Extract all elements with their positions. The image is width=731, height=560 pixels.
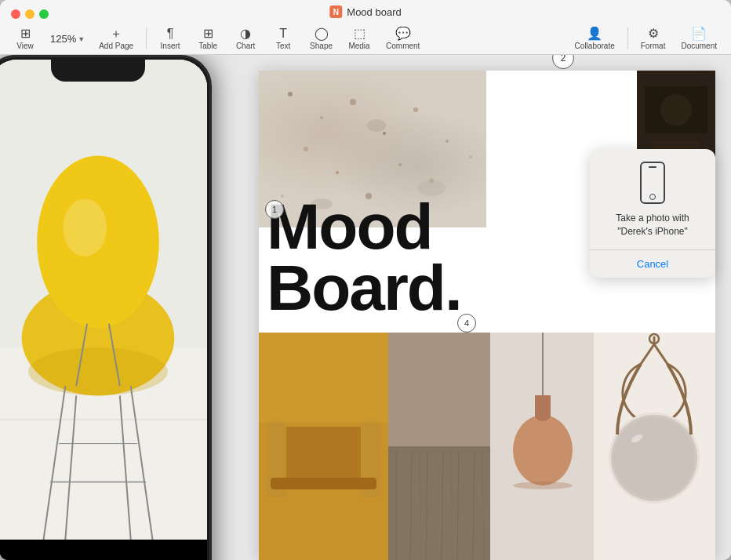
format-label: Format: [641, 42, 666, 50]
title-line2: Board.: [267, 252, 461, 323]
iphone-bottom-bar: Retake Use Photo: [0, 540, 207, 560]
svg-point-6: [446, 140, 449, 143]
popup-title: Take a photo with"Derek's iPhone": [599, 212, 706, 238]
svg-point-44: [513, 415, 573, 485]
collaborate-label: Collaborate: [575, 42, 615, 50]
content-area: Mood Board.: [0, 55, 731, 560]
minimize-button[interactable]: [25, 9, 35, 19]
svg-rect-26: [259, 333, 388, 423]
svg-point-60: [28, 347, 168, 395]
view-label: View: [16, 42, 34, 50]
format-icon: ⚙: [648, 27, 659, 40]
window-title: N Mood board: [329, 0, 401, 24]
table-button[interactable]: ⊞ Table: [191, 24, 225, 53]
svg-rect-25: [271, 478, 376, 489]
text-label: Text: [276, 42, 290, 50]
texture-mid-image: [388, 333, 490, 560]
comment-label: Comment: [386, 42, 420, 50]
popup-cancel-button[interactable]: Cancel: [590, 250, 715, 278]
document-canvas[interactable]: Mood Board.: [259, 71, 715, 560]
svg-point-12: [469, 155, 472, 158]
chair-photo: [0, 60, 207, 540]
texture-mid-svg: [388, 333, 490, 560]
chart-icon: ◑: [240, 27, 251, 40]
popup-content: Take a photo with"Derek's iPhone": [590, 149, 715, 238]
svg-point-4: [383, 132, 386, 135]
collaborate-icon: 👤: [587, 27, 602, 40]
add-page-icon: ＋: [110, 27, 122, 40]
chart-button[interactable]: ◑ Chart: [228, 24, 263, 53]
document-label: Document: [681, 42, 717, 50]
page-2-badge: 2: [552, 55, 574, 69]
phone-icon: [640, 162, 665, 204]
divider-2: [627, 27, 628, 49]
mirror-image: [594, 333, 715, 560]
iphone-notch: [51, 60, 145, 82]
svg-point-10: [398, 163, 402, 166]
svg-point-5: [413, 107, 418, 112]
shape-label: Shape: [310, 42, 333, 50]
document-button[interactable]: 📄 Document: [675, 24, 723, 53]
app-icon: N: [329, 5, 342, 18]
view-icon: ⊞: [20, 27, 31, 40]
svg-rect-29: [388, 446, 490, 560]
svg-point-1: [288, 92, 293, 96]
insert-label: Insert: [161, 42, 180, 50]
svg-point-53: [613, 417, 695, 499]
shape-button[interactable]: ◯ Shape: [304, 24, 339, 53]
lamp-svg: [490, 333, 594, 560]
shape-icon: ◯: [315, 27, 329, 40]
media-icon: ⬚: [354, 27, 366, 40]
mirror-svg: [594, 333, 715, 560]
chart-label: Chart: [236, 42, 255, 50]
media-button[interactable]: ⬚ Media: [342, 24, 376, 53]
take-photo-popup: Take a photo with"Derek's iPhone" Cancel: [590, 149, 715, 278]
table-label: Table: [198, 42, 217, 50]
view-button[interactable]: ⊞ View: [8, 24, 42, 53]
badge-1: 1: [265, 200, 284, 219]
titlebar: N Mood board ⊞ View 125% ▼ ＋ Add Page ¶ …: [0, 0, 731, 55]
sofa-svg: [259, 333, 388, 560]
insert-button[interactable]: ¶ Insert: [153, 24, 187, 53]
moodboard-grid: Mood Board.: [259, 71, 715, 560]
iphone-screen: Retake Use Photo: [0, 60, 207, 560]
svg-point-69: [64, 198, 107, 256]
window-controls: [0, 9, 49, 19]
zoom-value: 125%: [50, 33, 76, 45]
maximize-button[interactable]: [39, 9, 49, 19]
svg-point-11: [429, 178, 434, 183]
text-icon: T: [279, 27, 287, 40]
insert-icon: ¶: [167, 27, 174, 40]
chair-background-svg: [0, 60, 207, 540]
sofa-image: [259, 333, 388, 560]
comment-button[interactable]: 💬 Comment: [380, 24, 426, 53]
svg-rect-46: [535, 395, 551, 417]
iphone-camera-view: [0, 60, 207, 540]
badge-4: 4: [457, 314, 476, 333]
iphone-device: Retake Use Photo: [0, 55, 212, 560]
table-icon: ⊞: [203, 27, 213, 40]
zoom-control[interactable]: 125% ▼: [45, 24, 89, 53]
divider-1: [146, 27, 147, 49]
document-icon: 📄: [691, 27, 707, 40]
zoom-arrow-icon: ▼: [78, 35, 85, 43]
svg-point-14: [367, 119, 386, 132]
comment-icon: 💬: [395, 27, 411, 40]
lamp-image: 1 — Terrazzo Floors 2 — Pop Color 3 — Wa…: [490, 333, 594, 560]
app-window: N Mood board ⊞ View 125% ▼ ＋ Add Page ¶ …: [0, 0, 731, 560]
toolbar: ⊞ View 125% ▼ ＋ Add Page ¶ Insert ⊞ Tabl…: [0, 22, 731, 55]
svg-point-3: [350, 99, 356, 105]
add-page-label: Add Page: [99, 42, 133, 50]
title-label: Mood board: [347, 6, 401, 18]
svg-point-20: [660, 94, 692, 125]
media-label: Media: [348, 42, 369, 50]
text-button[interactable]: T Text: [266, 24, 300, 53]
add-page-button[interactable]: ＋ Add Page: [93, 24, 140, 53]
close-button[interactable]: [11, 9, 20, 19]
format-button[interactable]: ⚙ Format: [635, 24, 672, 53]
svg-point-47: [513, 482, 573, 489]
svg-point-8: [336, 171, 339, 174]
svg-rect-28: [388, 333, 490, 446]
bottom-section: 1 — Terrazzo Floors 2 — Pop Color 3 — Wa…: [259, 333, 715, 560]
collaborate-button[interactable]: 👤 Collaborate: [569, 24, 621, 53]
